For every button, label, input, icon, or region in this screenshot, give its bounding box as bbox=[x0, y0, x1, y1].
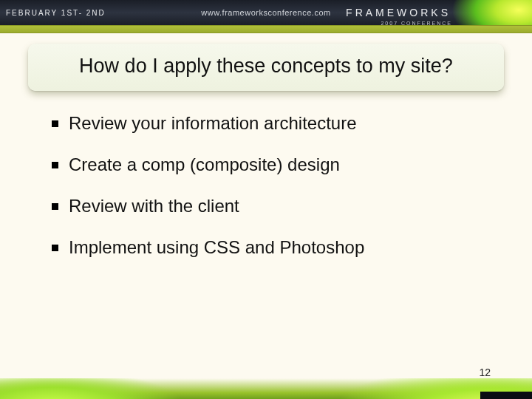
bullet-icon bbox=[52, 120, 58, 127]
header-logo-sub: 2007 CONFERENCE bbox=[381, 21, 452, 26]
bullet-icon bbox=[52, 162, 58, 168]
bullet-item: Implement using CSS and Photoshop bbox=[52, 237, 488, 258]
bullet-text: Create a comp (composite) design bbox=[69, 154, 340, 175]
header-logo-main: FRAMEWORKS bbox=[346, 7, 451, 18]
bullet-item: Review your information architecture bbox=[52, 113, 488, 134]
slide-header: FEBRUARY 1ST- 2ND www.frameworksconferen… bbox=[0, 0, 532, 25]
footer-corner bbox=[480, 392, 532, 399]
bullet-text: Review your information architecture bbox=[69, 113, 357, 134]
bullet-item: Create a comp (composite) design bbox=[52, 154, 488, 175]
footer-decoration bbox=[0, 378, 532, 399]
bullet-text: Review with the client bbox=[69, 196, 239, 216]
bullet-item: Review with the client bbox=[52, 196, 488, 216]
page-number: 12 bbox=[479, 366, 491, 378]
bullet-icon bbox=[52, 245, 58, 251]
title-card: How do I apply these concepts to my site… bbox=[28, 44, 504, 91]
slide-title: How do I apply these concepts to my site… bbox=[43, 54, 489, 79]
header-divider bbox=[0, 25, 532, 33]
header-swoosh-decoration bbox=[443, 0, 532, 25]
bullet-text: Implement using CSS and Photoshop bbox=[69, 237, 364, 258]
header-logo: FRAMEWORKS 2007 CONFERENCE bbox=[346, 7, 451, 18]
bullet-icon bbox=[52, 203, 58, 210]
header-date: FEBRUARY 1ST- 2ND bbox=[0, 9, 106, 17]
header-url: www.frameworksconference.com bbox=[201, 8, 330, 17]
bullet-list: Review your information architecture Cre… bbox=[52, 113, 488, 258]
